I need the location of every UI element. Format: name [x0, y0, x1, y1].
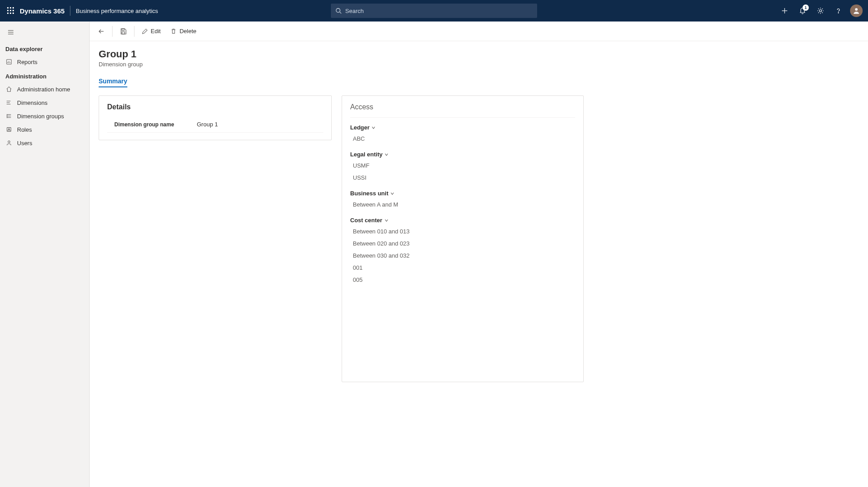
- top-nav-bar: Dynamics 365 Business performance analyt…: [0, 0, 868, 22]
- command-bar: Edit Delete: [90, 22, 868, 41]
- back-button[interactable]: [93, 23, 109, 39]
- access-item: USMF: [350, 159, 575, 172]
- access-group: Business unitBetween A and M: [350, 186, 575, 211]
- svg-point-13: [820, 10, 822, 12]
- access-item: Between A and M: [350, 198, 575, 211]
- access-item: Between 020 and 023: [350, 237, 575, 250]
- access-group: LedgerABC: [350, 121, 575, 145]
- details-card-title: Details: [107, 103, 323, 111]
- access-group-title: Cost center: [350, 217, 382, 224]
- access-group-header[interactable]: Ledger: [350, 121, 575, 133]
- field-row-dimension-group-name: Dimension group name Group 1: [107, 117, 323, 133]
- svg-rect-0: [7, 7, 9, 9]
- access-group-header[interactable]: Legal entity: [350, 147, 575, 159]
- access-group-header[interactable]: Cost center: [350, 213, 575, 225]
- help-button[interactable]: [830, 3, 846, 19]
- sidenav-item-label: Dimensions: [17, 99, 48, 106]
- hamburger-icon[interactable]: [5, 27, 16, 38]
- tab-summary[interactable]: Summary: [99, 78, 127, 87]
- svg-rect-35: [122, 32, 125, 34]
- content-area: Edit Delete Group 1 Dimension group Summ…: [90, 22, 868, 487]
- access-item: ABC: [350, 133, 575, 145]
- cmdbar-separator: [134, 26, 135, 37]
- sidenav-section-administration: Administration: [0, 69, 89, 82]
- access-card: Access LedgerABCLegal entityUSMFUSSIBusi…: [342, 95, 584, 382]
- svg-rect-1: [10, 7, 11, 9]
- access-item: Between 030 and 032: [350, 250, 575, 262]
- access-group-title: Legal entity: [350, 151, 382, 158]
- brand-name[interactable]: Dynamics 365: [20, 7, 65, 15]
- svg-point-31: [9, 129, 10, 130]
- sidenav-item-reports[interactable]: Reports: [0, 55, 89, 69]
- access-group: Cost centerBetween 010 and 013Between 02…: [350, 213, 575, 286]
- svg-rect-2: [13, 7, 14, 9]
- delete-icon: [170, 28, 177, 34]
- access-divider: [350, 117, 575, 118]
- dimensions-icon: [5, 99, 13, 106]
- cmdbar-separator: [112, 26, 113, 37]
- add-button[interactable]: [777, 3, 793, 19]
- chevron-down-icon: [390, 191, 395, 196]
- svg-point-9: [336, 9, 340, 13]
- roles-icon: [5, 126, 13, 133]
- details-card: Details Dimension group name Group 1: [99, 95, 332, 140]
- user-avatar[interactable]: [848, 3, 864, 19]
- svg-rect-6: [7, 13, 9, 14]
- access-group: Legal entityUSMFUSSI: [350, 147, 575, 184]
- delete-label: Delete: [179, 28, 196, 34]
- save-button[interactable]: [115, 23, 131, 39]
- sidenav-item-label: Reports: [17, 59, 38, 65]
- svg-rect-8: [13, 13, 14, 14]
- field-label: Dimension group name: [114, 121, 182, 128]
- svg-point-14: [838, 13, 838, 13]
- access-group-title: Ledger: [350, 124, 369, 131]
- users-icon: [5, 139, 13, 147]
- chevron-down-icon: [384, 152, 389, 157]
- svg-rect-7: [10, 13, 11, 14]
- edit-label: Edit: [151, 28, 161, 34]
- settings-button[interactable]: [812, 3, 829, 19]
- sidenav-item-label: Dimension groups: [17, 113, 64, 120]
- delete-button[interactable]: Delete: [166, 23, 201, 39]
- access-group-header[interactable]: Business unit: [350, 186, 575, 198]
- search-icon: [335, 8, 342, 14]
- svg-rect-5: [13, 10, 14, 11]
- sidenav-item-dimensions[interactable]: Dimensions: [0, 96, 89, 109]
- chevron-down-icon: [384, 218, 389, 223]
- notifications-button[interactable]: 1: [794, 3, 811, 19]
- sidenav-item-label: Administration home: [17, 86, 70, 93]
- sidenav-section-data-explorer: Data explorer: [0, 41, 89, 55]
- access-item: USSI: [350, 172, 575, 184]
- global-search: [331, 4, 537, 18]
- side-nav: Data explorer Reports Administration Adm…: [0, 22, 90, 487]
- page-title: Group 1: [99, 48, 859, 60]
- app-shell: Data explorer Reports Administration Adm…: [0, 22, 868, 487]
- svg-rect-4: [10, 10, 11, 11]
- sidenav-item-roles[interactable]: Roles: [0, 123, 89, 136]
- access-card-title: Access: [350, 103, 575, 111]
- home-icon: [5, 86, 13, 93]
- access-item: 001: [350, 262, 575, 274]
- app-name[interactable]: Business performance analytics: [76, 8, 158, 14]
- dimension-groups-icon: [5, 112, 13, 120]
- edit-button[interactable]: Edit: [137, 23, 165, 39]
- app-launcher-icon[interactable]: [4, 4, 18, 18]
- field-value: Group 1: [197, 121, 218, 128]
- edit-icon: [142, 28, 148, 34]
- page-subtitle: Dimension group: [99, 61, 859, 68]
- brand-divider: [70, 6, 70, 16]
- sidenav-item-admin-home[interactable]: Administration home: [0, 82, 89, 96]
- search-input[interactable]: [345, 8, 533, 14]
- sidenav-item-users[interactable]: Users: [0, 136, 89, 150]
- sidenav-item-label: Roles: [17, 126, 32, 133]
- notification-badge: 1: [803, 4, 809, 11]
- access-group-title: Business unit: [350, 190, 388, 197]
- svg-line-10: [340, 12, 342, 14]
- svg-point-15: [855, 8, 858, 11]
- access-item: 005: [350, 274, 575, 286]
- sidenav-item-dimension-groups[interactable]: Dimension groups: [0, 109, 89, 123]
- chevron-down-icon: [371, 125, 376, 130]
- svg-point-32: [8, 141, 10, 142]
- reports-icon: [5, 58, 13, 65]
- svg-rect-3: [7, 10, 9, 11]
